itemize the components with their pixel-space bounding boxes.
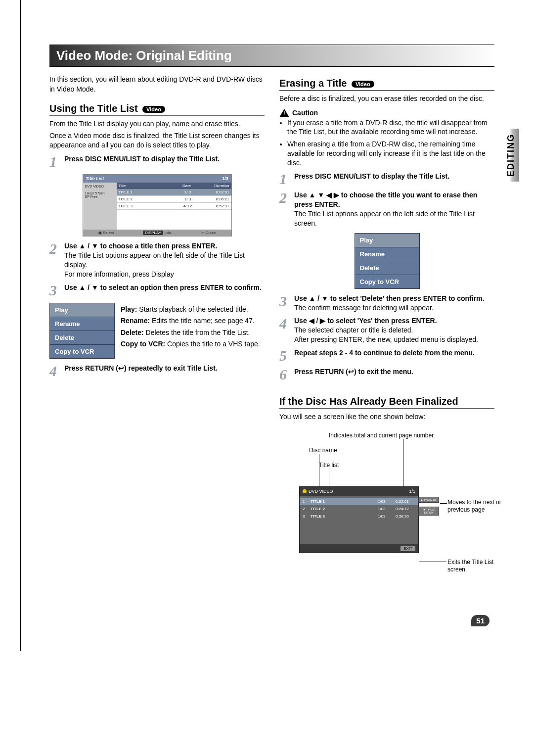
title-row[interactable]: TITLE 3 4/ 12 0:52:31 xyxy=(117,203,231,210)
option-copy-to-vcr[interactable]: Copy to VCR xyxy=(50,345,114,358)
row-date: 1/ 3 xyxy=(174,197,202,201)
dvd-label: DVD VIDEO xyxy=(309,489,333,494)
row-title: TITLE 1 xyxy=(311,499,375,504)
step-6-text: Press RETURN (↩) to exit the menu. xyxy=(294,368,413,376)
step-number-4: 4 xyxy=(49,364,61,378)
step-number-5: 5 xyxy=(279,348,291,363)
rec-time-label: 1Hour 57min xyxy=(85,191,115,195)
title-row[interactable]: TITLE 2 1/ 3 0:06:21 xyxy=(117,196,231,203)
title-options-menu: Play Rename Delete Copy to VCR xyxy=(355,233,420,289)
row-title: TITLE 2 xyxy=(311,507,375,511)
desc-copy: Copies the title to a VHS tape. xyxy=(165,340,260,348)
step-number-6: 6 xyxy=(279,367,291,382)
title-options-menu: Play Rename Delete Copy to VCR xyxy=(49,303,115,359)
video-badge: Video xyxy=(352,81,374,88)
row-num: 1 xyxy=(303,499,308,504)
col-duration: Duration xyxy=(202,183,231,189)
row-date: 4/ 12 xyxy=(174,204,202,208)
section-tab: EDITING xyxy=(503,129,519,182)
option-play[interactable]: Play xyxy=(50,303,114,317)
row-date: 1/03 xyxy=(378,514,393,519)
disc-type-label: DVD VIDEO xyxy=(85,185,115,188)
step-3-text: Use ▲ / ▼ to select an option then press… xyxy=(64,284,262,291)
foot-select: Select xyxy=(103,231,114,235)
page-up-button[interactable]: ▲ PAGE UP xyxy=(418,497,439,503)
row-date: 1/ 3 xyxy=(174,190,202,194)
desc-rename-label: Rename: xyxy=(121,317,150,325)
title-row[interactable]: TITLE 1 1/ 3 0:02:01 xyxy=(117,189,231,196)
step-4-text: Press RETURN (↩) repeatedly to exit Titl… xyxy=(64,364,218,372)
col-date: Date xyxy=(172,183,202,189)
exit-button[interactable]: EXIT xyxy=(400,546,415,551)
step-3b-text: The confirm message for deleting will ap… xyxy=(294,303,494,313)
intro-text: In this section, you will learn about ed… xyxy=(49,75,265,94)
dvd-title-row[interactable]: 2 TITLE 2 1/03 0:24:12 xyxy=(300,505,418,513)
section-heading-using-title-list: Using the Title List Video xyxy=(49,103,265,116)
step-5-text: Repeat steps 2 - 4 to continue to delete… xyxy=(294,349,475,357)
row-dur: 0:06:21 xyxy=(202,197,229,201)
callout-move: Moves to the next or previous page xyxy=(447,499,502,514)
desc-rename: Edits the title name; see page 47. xyxy=(150,317,255,325)
row-dur: 0:02:01 xyxy=(202,190,229,194)
row-dur: 0:52:31 xyxy=(202,204,229,208)
section-heading-erasing-title: Erasing a Title Video xyxy=(279,78,494,91)
page-title: Video Mode: Original Editing xyxy=(49,45,494,67)
title-list-page: 1/3 xyxy=(222,176,228,181)
heading-text: Using the Title List xyxy=(49,103,138,114)
step-number-2: 2 xyxy=(279,190,291,205)
step-number-4: 4 xyxy=(279,316,291,331)
page-down-button[interactable]: ▼ PAGE DOWN xyxy=(418,507,439,516)
desc-play: Starts playback of the selected title. xyxy=(137,305,248,313)
caution-bullet: If you erase a title from a DVD-R disc, … xyxy=(287,118,494,137)
row-title: TITLE 1 xyxy=(119,190,174,194)
desc-play-label: Play: xyxy=(121,305,137,313)
title-list-screen: Title List 1/3 DVD VIDEO 1Hour 57min SP … xyxy=(83,174,232,236)
step-number-1: 1 xyxy=(49,154,61,169)
step-4-text: Use ◀ / ▶ to select 'Yes' then press ENT… xyxy=(294,317,437,325)
row-date: 1/03 xyxy=(378,499,393,504)
row-num: 2 xyxy=(303,507,308,511)
col-title: Title xyxy=(117,183,172,189)
row-num: 3 xyxy=(303,514,308,519)
step-1-text: Press DISC MENU/LIST to display the Titl… xyxy=(294,172,449,180)
body-text: Once a Video mode disc is finalized, the… xyxy=(49,131,265,150)
foot-info: Info. xyxy=(164,231,172,235)
option-delete[interactable]: Delete xyxy=(50,331,114,345)
row-title: TITLE 3 xyxy=(119,204,174,208)
rec-mode-label: SP Free xyxy=(85,195,115,198)
step-2-text: Use ▲ ▼ ◀ ▶ to choose the title you want… xyxy=(294,191,477,208)
option-rename[interactable]: Rename xyxy=(355,247,419,261)
callout-disc-name: Disc name xyxy=(309,447,337,455)
video-badge: Video xyxy=(142,106,165,113)
step-4c-text: After pressing ENTER, the new, updated m… xyxy=(294,335,494,344)
step-number-1: 1 xyxy=(279,172,291,187)
body-text: You will see a screen like the one shown… xyxy=(279,412,494,422)
body-text: From the Title List display you can play… xyxy=(49,119,265,129)
step-3-text: Use ▲ / ▼ to select 'Delete' then press … xyxy=(294,294,484,302)
step-number-3: 3 xyxy=(49,283,61,298)
caution-label: Caution xyxy=(292,109,318,117)
desc-delete-label: Delete: xyxy=(121,329,144,336)
step-number-2: 2 xyxy=(49,241,61,256)
callout-total: Indicates total and current page number xyxy=(329,432,434,440)
row-dur: 0:02:01 xyxy=(396,499,415,504)
step-2b-text: The Title List options appear on the lef… xyxy=(294,209,494,228)
dvd-title-row[interactable]: 3 TITLE 3 1/03 0:36:30 xyxy=(300,513,418,520)
step-number-3: 3 xyxy=(279,294,291,309)
foot-display[interactable]: DISPLAY xyxy=(143,231,163,235)
step-4b-text: The selected chapter or title is deleted… xyxy=(294,326,494,335)
option-delete[interactable]: Delete xyxy=(355,261,419,275)
caution-icon xyxy=(279,109,289,117)
option-rename[interactable]: Rename xyxy=(50,317,114,331)
option-play[interactable]: Play xyxy=(355,234,419,247)
option-copy-to-vcr[interactable]: Copy to VCR xyxy=(355,275,419,288)
desc-copy-label: Copy to VCR: xyxy=(121,340,165,348)
finalized-disc-screen: DVD VIDEO 1/1 1 TITLE 1 1/03 0:02:01 2 T… xyxy=(299,486,419,553)
dvd-title-row[interactable]: 1 TITLE 1 1/03 0:02:01 xyxy=(300,498,418,505)
row-dur: 0:36:30 xyxy=(396,514,415,519)
foot-close: Close xyxy=(206,231,216,235)
row-title: TITLE 2 xyxy=(119,197,174,201)
body-text: Before a disc is finalized, you can eras… xyxy=(279,94,494,104)
disc-icon xyxy=(303,489,307,493)
callout-exit: Exits the Title List screen. xyxy=(447,559,497,574)
